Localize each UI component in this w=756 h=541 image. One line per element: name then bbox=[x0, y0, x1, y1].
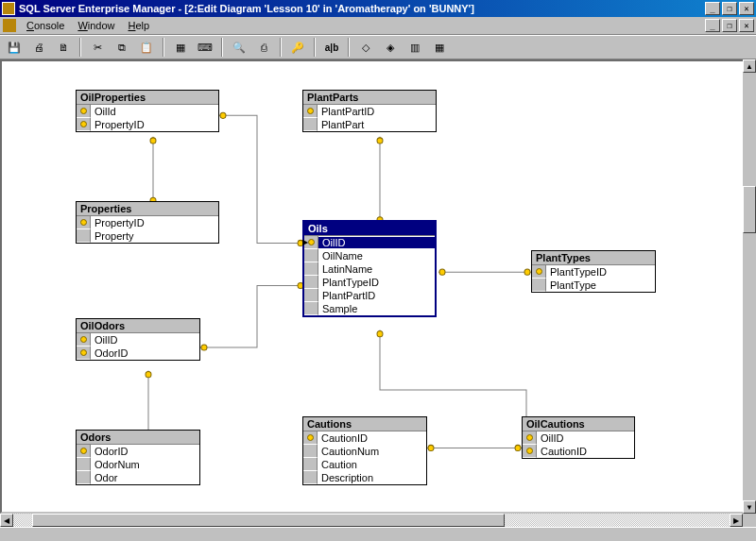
column-name: CautionID bbox=[318, 432, 426, 444]
column-name: Odor bbox=[91, 472, 199, 483]
column-name: PlantTypeID bbox=[318, 277, 435, 288]
table-properties[interactable]: PropertiesPropertyIDProperty bbox=[76, 201, 219, 244]
primary-key-button[interactable]: 🔑 bbox=[287, 38, 308, 58]
scroll-right-button[interactable]: ▶ bbox=[730, 514, 743, 527]
table-column-row[interactable]: OdorID bbox=[77, 445, 199, 458]
table-column-row[interactable]: PlantTypeID bbox=[532, 265, 655, 279]
column-name: OilId bbox=[91, 106, 218, 117]
table-column-row[interactable]: OilID bbox=[523, 431, 634, 445]
table-column-row[interactable]: Sample bbox=[304, 302, 435, 315]
arrange-button[interactable]: ▥ bbox=[404, 38, 425, 58]
menu-window[interactable]: Window bbox=[71, 18, 121, 33]
table-cautions[interactable]: CautionsCautionIDCautionNumCautionDescri… bbox=[302, 416, 427, 485]
table-column-row[interactable]: OilID bbox=[304, 236, 435, 249]
print-preview-button[interactable]: 🗎 bbox=[53, 38, 74, 58]
print-button[interactable]: 🖨 bbox=[28, 38, 49, 58]
table-oilodors[interactable]: OilOdorsOilIDOdorID bbox=[76, 318, 200, 361]
table-planttypes[interactable]: PlantTypesPlantTypeIDPlantType bbox=[531, 250, 656, 293]
svg-point-14 bbox=[428, 445, 434, 450]
menu-app-icon[interactable] bbox=[3, 19, 16, 32]
diagram-canvas-wrap: OilPropertiesOilIdPropertyIDPropertiesPr… bbox=[0, 59, 756, 514]
primary-key-icon bbox=[303, 105, 318, 118]
primary-key-icon bbox=[77, 105, 91, 118]
column-name: PlantTypeID bbox=[546, 266, 655, 278]
copy-button[interactable]: ⧉ bbox=[112, 38, 132, 58]
table-column-row[interactable]: PlantPart bbox=[303, 118, 436, 131]
scroll-left-button[interactable]: ◀ bbox=[0, 514, 13, 527]
mdi-minimize-button[interactable]: _ bbox=[705, 19, 720, 32]
column-icon bbox=[304, 262, 318, 276]
table-column-row[interactable]: Odor bbox=[77, 471, 199, 484]
table-plantparts[interactable]: PlantPartsPlantPartIDPlantPart bbox=[302, 90, 437, 132]
table-column-row[interactable]: OilId bbox=[77, 105, 218, 118]
table-header[interactable]: Odors bbox=[77, 431, 199, 445]
paste-button[interactable]: 📋 bbox=[136, 38, 157, 58]
table-header[interactable]: Properties bbox=[77, 202, 218, 216]
vertical-scrollbar[interactable]: ▲ ▼ bbox=[743, 59, 756, 514]
table-header[interactable]: OilProperties bbox=[77, 91, 218, 105]
primary-key-icon bbox=[303, 431, 318, 445]
page-break-button[interactable]: ⎙ bbox=[253, 38, 274, 58]
scroll-down-button[interactable]: ▼ bbox=[743, 500, 756, 514]
table-column-row[interactable]: OdorNum bbox=[77, 458, 199, 471]
table-header[interactable]: Oils bbox=[304, 222, 435, 236]
table-odors[interactable]: OdorsOdorIDOdorNumOdor bbox=[76, 430, 200, 485]
column-name: OilID bbox=[91, 334, 199, 346]
window-buttons: _ ❐ ✕ bbox=[705, 2, 754, 15]
table-column-row[interactable]: LatinName bbox=[304, 262, 435, 276]
table-column-row[interactable]: OilID bbox=[77, 333, 199, 347]
cut-button[interactable]: ✂ bbox=[87, 38, 108, 58]
toolbar: 💾 🖨 🗎 ✂ ⧉ 📋 ▦ ⌨ 🔍 ⎙ 🔑 a|b ◇ ◈ ▥ ▦ bbox=[0, 35, 756, 59]
menu-help[interactable]: Help bbox=[122, 18, 157, 33]
table-column-row[interactable]: PlantPartID bbox=[303, 105, 436, 118]
table-column-row[interactable]: CautionID bbox=[523, 445, 634, 458]
table-header[interactable]: Cautions bbox=[303, 417, 426, 431]
show-relationships-button[interactable]: ◇ bbox=[355, 38, 376, 58]
mdi-restore-button[interactable]: ❐ bbox=[722, 19, 737, 32]
table-oils[interactable]: OilsOilIDOilNameLatinNamePlantTypeIDPlan… bbox=[302, 220, 437, 317]
svg-point-11 bbox=[524, 269, 530, 275]
table-column-row[interactable]: CautionID bbox=[303, 431, 426, 445]
menu-console[interactable]: Console bbox=[20, 18, 71, 33]
mdi-close-button[interactable]: ✕ bbox=[739, 19, 754, 32]
table-column-row[interactable]: PlantType bbox=[532, 279, 655, 292]
new-table-button[interactable]: ▦ bbox=[170, 38, 191, 58]
table-column-row[interactable]: CautionNum bbox=[303, 445, 426, 458]
table-header[interactable]: OilOdors bbox=[77, 319, 199, 333]
table-header[interactable]: PlantParts bbox=[303, 91, 436, 105]
minimize-button[interactable]: _ bbox=[705, 2, 720, 15]
table-column-row[interactable]: OilName bbox=[304, 249, 435, 262]
scroll-thumb-v[interactable] bbox=[743, 186, 756, 233]
column-name: OilID bbox=[318, 237, 435, 248]
table-column-row[interactable]: Caution bbox=[303, 458, 426, 471]
column-name: OilID bbox=[537, 432, 634, 444]
table-column-row[interactable]: PlantPartID bbox=[304, 289, 435, 302]
table-column-row[interactable]: PropertyID bbox=[77, 216, 218, 229]
properties-button[interactable]: ⌨ bbox=[195, 38, 215, 58]
table-header[interactable]: OilCautions bbox=[523, 417, 634, 431]
table-column-row[interactable]: Property bbox=[77, 229, 218, 243]
column-icon bbox=[303, 445, 318, 458]
table-column-row[interactable]: OdorID bbox=[77, 347, 199, 360]
table-column-row[interactable]: PropertyID bbox=[77, 118, 218, 131]
table-oilproperties[interactable]: OilPropertiesOilIdPropertyID bbox=[76, 90, 219, 132]
scroll-up-button[interactable]: ▲ bbox=[743, 59, 756, 73]
zoom-button[interactable]: 🔍 bbox=[229, 38, 249, 58]
separator bbox=[280, 38, 282, 57]
grid-button[interactable]: ▦ bbox=[429, 38, 450, 58]
scroll-track-h[interactable] bbox=[13, 514, 730, 527]
maximize-button[interactable]: ❐ bbox=[722, 2, 737, 15]
table-header[interactable]: PlantTypes bbox=[532, 251, 655, 265]
diagram-canvas[interactable]: OilPropertiesOilIdPropertyIDPropertiesPr… bbox=[2, 61, 754, 512]
table-column-row[interactable]: Description bbox=[303, 471, 426, 484]
scroll-thumb-h[interactable] bbox=[32, 514, 505, 527]
column-icon bbox=[303, 471, 318, 484]
close-button[interactable]: ✕ bbox=[739, 2, 754, 15]
table-view-button[interactable]: ◈ bbox=[380, 38, 401, 58]
table-oilcautions[interactable]: OilCautionsOilIDCautionID bbox=[522, 416, 635, 459]
column-icon bbox=[77, 229, 91, 243]
horizontal-scrollbar[interactable]: ◀ ▶ bbox=[0, 514, 743, 527]
save-button[interactable]: 💾 bbox=[4, 38, 25, 58]
text-annotation-button[interactable]: a|b bbox=[321, 38, 342, 58]
table-column-row[interactable]: PlantTypeID bbox=[304, 276, 435, 289]
